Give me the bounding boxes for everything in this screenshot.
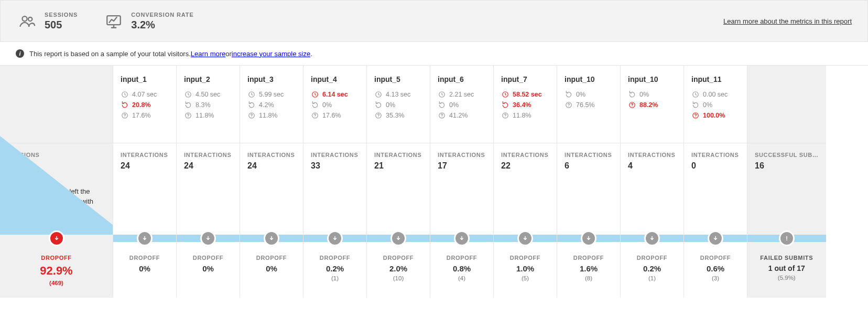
dropoff-marker-icon <box>517 230 533 246</box>
field-stat: 11.8% <box>247 112 296 119</box>
field-stat: 88.2% <box>628 101 676 109</box>
clock-icon <box>121 91 129 98</box>
dropoff-count: (10) <box>371 275 426 281</box>
interactions-label: INTERACTIONS <box>628 152 676 158</box>
field-stat-value: 88.2% <box>639 101 658 109</box>
success-column: SUCCESSFUL SUB… 16 FAILED SUBMITS 1 out … <box>747 66 826 298</box>
learn-more-link[interactable]: Learn more <box>191 50 225 58</box>
field-column: input_100%88.2%INTERACTIONS4DROPOFF0.2%(… <box>621 66 684 298</box>
dropoff-value: 2.0% <box>371 264 426 273</box>
field-name: input_5 <box>374 75 422 83</box>
field-stat-value: 41.2% <box>449 112 468 119</box>
field-stat: 0% <box>311 101 359 109</box>
dropoff-value: 0.6% <box>688 264 743 273</box>
interactions-value: 6 <box>565 161 613 171</box>
field-name: input_7 <box>501 75 549 83</box>
field-stat: 0% <box>691 101 740 109</box>
field-stat: 11.8% <box>184 112 232 119</box>
dropoff-label: DROPOFF <box>688 255 743 261</box>
dropoff-label: DROPOFF <box>625 255 679 261</box>
interactions-value: 21 <box>374 161 422 171</box>
field-stat: 8.3% <box>184 101 232 109</box>
field-stat: 4.13 sec <box>374 91 422 98</box>
interactions-value: 24 <box>184 161 232 171</box>
field-stat: 2.21 sec <box>438 91 486 98</box>
dropoff-count: (3) <box>688 275 743 281</box>
interactions-label: INTERACTIONS <box>565 152 613 158</box>
help-icon <box>628 101 636 109</box>
redo-icon <box>691 101 700 109</box>
field-stat-value: 20.8% <box>132 101 150 109</box>
dropoff-marker-icon <box>644 230 660 246</box>
dropoff-label: DROPOFF <box>498 255 552 261</box>
failed-submits-value: 1 out of 17 <box>752 264 822 272</box>
success-label: SUCCESSFUL SUB… <box>755 152 819 158</box>
chart-icon <box>103 10 125 32</box>
help-icon <box>184 112 192 119</box>
help-icon <box>565 101 573 109</box>
dropoff-count: (1) <box>625 275 679 281</box>
dropoff-marker-icon <box>49 230 64 246</box>
field-stat-value: 11.8% <box>196 112 214 119</box>
field-stat-value: 35.3% <box>386 112 404 119</box>
clock-icon <box>311 91 319 98</box>
info-text: This report is based on a sample of your… <box>29 50 191 58</box>
field-stat: 17.6% <box>121 112 169 119</box>
metrics-bar: SESSIONS 505 CONVERSION RATE 3.2% Learn … <box>0 0 868 42</box>
dropoff-count: (4) <box>435 275 489 281</box>
dropoff-label: DROPOFF <box>561 255 616 261</box>
sessions-dropoff-count: (469) <box>4 280 108 286</box>
field-stat: 76.5% <box>565 101 613 109</box>
interactions-value: 0 <box>691 161 740 171</box>
users-icon <box>16 10 38 32</box>
dropoff-label: DROPOFF <box>308 255 362 261</box>
field-stat: 0% <box>438 101 486 109</box>
redo-icon <box>121 101 129 109</box>
redo-icon <box>184 101 192 109</box>
redo-icon <box>565 91 573 98</box>
dropoff-value: 0% <box>244 264 299 273</box>
dropoff-marker-icon <box>264 230 279 246</box>
conversion-value: 3.2% <box>131 19 193 31</box>
success-value: 16 <box>755 161 819 171</box>
field-stat: 41.2% <box>438 112 486 119</box>
dropoff-marker-icon <box>708 230 723 246</box>
interactions-value: 4 <box>628 161 676 171</box>
field-stat-value: 0% <box>322 101 332 109</box>
increase-sample-link[interactable]: increase your sample size <box>232 50 310 58</box>
info-or: or <box>225 50 232 58</box>
sessions-dropoff-label: DROPOFF <box>4 255 108 261</box>
clock-icon <box>184 91 192 98</box>
sessions-value: 505 <box>45 19 78 31</box>
help-icon <box>438 112 446 119</box>
dropoff-count: (5) <box>498 275 552 281</box>
field-stat: 11.8% <box>501 112 549 119</box>
dropoff-value: 1.0% <box>498 264 552 273</box>
learn-metrics-link[interactable]: Learn more about the metrics in this rep… <box>723 17 852 25</box>
field-stat-value: 4.07 sec <box>132 91 157 98</box>
dropoff-label: DROPOFF <box>435 255 489 261</box>
failed-submits-count: (5.9%) <box>752 275 822 281</box>
field-stat: 36.4% <box>501 101 549 109</box>
field-stat-value: 0% <box>703 101 712 109</box>
field-stat: 0.00 sec <box>691 91 740 98</box>
interactions-value: 24 <box>247 161 296 171</box>
field-name: input_11 <box>691 75 740 83</box>
redo-icon <box>311 101 319 109</box>
dropoff-value: 0% <box>117 264 172 273</box>
field-column: input_35.99 sec4.2%11.8%INTERACTIONS24DR… <box>240 66 303 298</box>
redo-icon <box>247 101 256 109</box>
redo-icon <box>501 101 509 109</box>
redo-icon <box>438 101 446 109</box>
dropoff-marker-icon <box>390 230 406 246</box>
field-stat: 0% <box>565 91 613 98</box>
field-stat-value: 8.3% <box>196 101 211 109</box>
field-column: input_14.07 sec20.8%17.6%INTERACTIONS24D… <box>113 66 177 298</box>
dropoff-marker-icon <box>327 230 343 246</box>
field-name: input_10 <box>565 75 613 83</box>
clock-icon <box>247 91 256 98</box>
field-stat: 0% <box>374 101 422 109</box>
failed-marker-icon <box>779 230 795 246</box>
failed-submits-label: FAILED SUBMITS <box>752 255 822 261</box>
sample-info-banner: i This report is based on a sample of yo… <box>0 42 868 66</box>
